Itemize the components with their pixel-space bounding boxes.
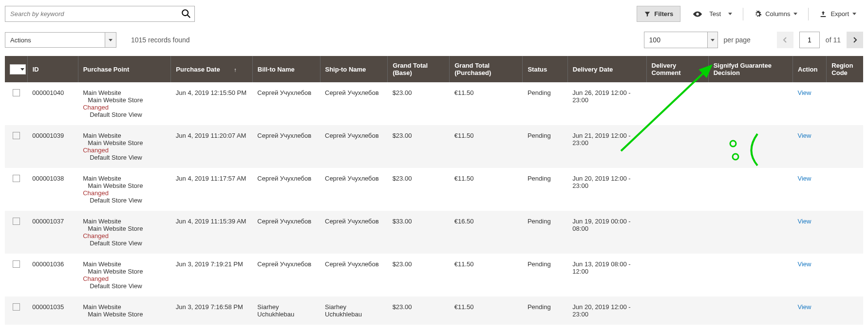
- records-found-text: 1015 records found: [131, 36, 190, 44]
- cell-delivery-comment: [646, 296, 708, 325]
- view-link[interactable]: View: [798, 303, 811, 311]
- table-row[interactable]: 000001040 Main Website Main Website Stor…: [5, 82, 863, 125]
- cell-date: Jun 4, 2019 11:17:57 AM: [171, 168, 253, 211]
- header-ship-to[interactable]: Ship-to Name: [320, 56, 388, 82]
- header-purchase-date-label: Purchase Date: [176, 66, 220, 73]
- caret-down-icon: [728, 13, 732, 15]
- toolbar-top: Filters Test Columns Export: [5, 6, 863, 22]
- chevron-left-icon: [783, 37, 788, 43]
- header-delivery-date[interactable]: Delivery Date: [567, 56, 646, 82]
- cell-date: Jun 3, 2019 7:16:58 PM: [171, 296, 253, 325]
- toolbar-right: Filters Test Columns Export: [637, 6, 863, 22]
- table-row[interactable]: 000001039 Main Website Main Website Stor…: [5, 125, 863, 168]
- cell-grand-total-purchased: €11.50: [450, 125, 523, 168]
- header-status[interactable]: Status: [523, 56, 567, 82]
- svg-point-0: [182, 10, 188, 16]
- divider: [808, 8, 809, 20]
- table-row[interactable]: 000001037 Main Website Main Website Stor…: [5, 211, 863, 254]
- cell-purchase-point: Main Website Main Website Store ChangedD…: [78, 211, 171, 254]
- header-bill-to[interactable]: Bill-to Name: [252, 56, 320, 82]
- cell-grand-total-purchased: €11.50: [450, 254, 523, 296]
- cell-delivery-date: Jun 20, 2019 12:00 - 23:00: [567, 168, 646, 211]
- header-action[interactable]: Action: [793, 56, 827, 82]
- header-grand-total-purchased[interactable]: Grand Total (Purchased): [450, 56, 523, 82]
- cell-signifyd: [708, 296, 793, 325]
- actions-trigger[interactable]: [105, 32, 116, 48]
- actions-dropdown[interactable]: Actions: [5, 32, 116, 48]
- actions-label: Actions: [5, 32, 105, 48]
- cell-region: [827, 168, 863, 211]
- pager-prev-button[interactable]: [777, 32, 793, 48]
- pager-of: of: [826, 36, 831, 44]
- pager-total-pages: 11: [833, 36, 841, 44]
- cell-bill-to: Сергей Учухлебов: [252, 125, 320, 168]
- header-signifyd[interactable]: Signifyd Guarantee Decision: [708, 56, 793, 82]
- row-checkbox[interactable]: [13, 89, 20, 96]
- toolbar-mid: Actions 1015 records found 100 per page …: [5, 32, 863, 48]
- row-checkbox[interactable]: [13, 260, 20, 268]
- view-link[interactable]: View: [798, 132, 811, 139]
- columns-button[interactable]: Columns: [747, 6, 804, 22]
- perpage-trigger[interactable]: [707, 32, 718, 48]
- cell-delivery-comment: [646, 254, 708, 296]
- cell-delivery-comment: [646, 82, 708, 125]
- table-row[interactable]: 000001038 Main Website Main Website Stor…: [5, 168, 863, 211]
- cell-ship-to: Сергей Учухлебов: [320, 211, 388, 254]
- cell-bill-to: Сергей Учухлебов: [252, 254, 320, 296]
- eye-icon: [692, 11, 703, 18]
- cell-date: Jun 4, 2019 11:20:07 AM: [171, 125, 253, 168]
- view-link[interactable]: View: [798, 175, 811, 182]
- cell-ship-to: Siarhey Uchukhlebau: [320, 296, 388, 325]
- view-link[interactable]: View: [798, 218, 811, 225]
- gear-icon: [754, 10, 762, 18]
- cell-id: 000001036: [27, 254, 78, 296]
- perpage-label: per page: [724, 36, 751, 44]
- row-checkbox[interactable]: [13, 132, 20, 139]
- header-purchase-date[interactable]: Purchase Date ↑: [171, 56, 253, 82]
- pager-current-input[interactable]: [799, 32, 820, 48]
- cell-status: Pending: [523, 125, 567, 168]
- cell-id: 000001039: [27, 125, 78, 168]
- search-icon[interactable]: [181, 8, 191, 20]
- view-toggle-button[interactable]: Test: [685, 6, 739, 22]
- view-link[interactable]: View: [798, 89, 811, 96]
- search-input[interactable]: [5, 6, 195, 22]
- filters-label: Filters: [654, 10, 673, 18]
- cell-id: 000001037: [27, 211, 78, 254]
- cell-bill-to: Siarhey Uchukhlebau: [252, 296, 320, 325]
- perpage-dropdown[interactable]: 100: [644, 32, 718, 48]
- caret-down-icon: [793, 13, 797, 15]
- toolbar-mid-right: 100 per page of 11: [644, 32, 863, 48]
- table-row[interactable]: 000001035 Main Website Main Website Stor…: [5, 296, 863, 325]
- divider: [743, 8, 743, 20]
- cell-delivery-comment: [646, 125, 708, 168]
- cell-delivery-date: Jun 20, 2019 12:00 - 23:00: [567, 296, 646, 325]
- cell-id: 000001040: [27, 82, 78, 125]
- header-grand-total-base[interactable]: Grand Total (Base): [388, 56, 450, 82]
- header-id[interactable]: ID: [27, 56, 78, 82]
- cell-region: [827, 82, 863, 125]
- cell-delivery-date: Jun 13, 2019 08:00 - 12:00: [567, 254, 646, 296]
- cell-status: Pending: [523, 254, 567, 296]
- view-link[interactable]: View: [798, 260, 811, 268]
- cell-purchase-point: Main Website Main Website Store ChangedD…: [78, 168, 171, 211]
- cell-region: [827, 211, 863, 254]
- header-region[interactable]: Region Code: [827, 56, 863, 82]
- header-delivery-comment[interactable]: Delivery Comment: [646, 56, 708, 82]
- cell-signifyd: [708, 125, 793, 168]
- table-header: ID Purchase Point Purchase Date ↑ Bill-t…: [5, 56, 863, 82]
- cell-purchase-point: Main Website Main Website Store ChangedD…: [78, 125, 171, 168]
- pager-next-button[interactable]: [847, 32, 863, 48]
- chevron-right-icon: [852, 37, 857, 43]
- header-checkbox[interactable]: [5, 56, 27, 82]
- table-row[interactable]: 000001036 Main Website Main Website Stor…: [5, 254, 863, 296]
- export-button[interactable]: Export: [812, 6, 863, 22]
- header-purchase-point[interactable]: Purchase Point: [78, 56, 171, 82]
- row-checkbox[interactable]: [13, 303, 20, 311]
- cell-delivery-date: Jun 26, 2019 12:00 - 23:00: [567, 82, 646, 125]
- row-checkbox[interactable]: [13, 218, 20, 225]
- cell-grand-total-purchased: €11.50: [450, 82, 523, 125]
- pager-total: of 11: [826, 36, 841, 44]
- row-checkbox[interactable]: [13, 175, 20, 182]
- filters-button[interactable]: Filters: [637, 6, 680, 22]
